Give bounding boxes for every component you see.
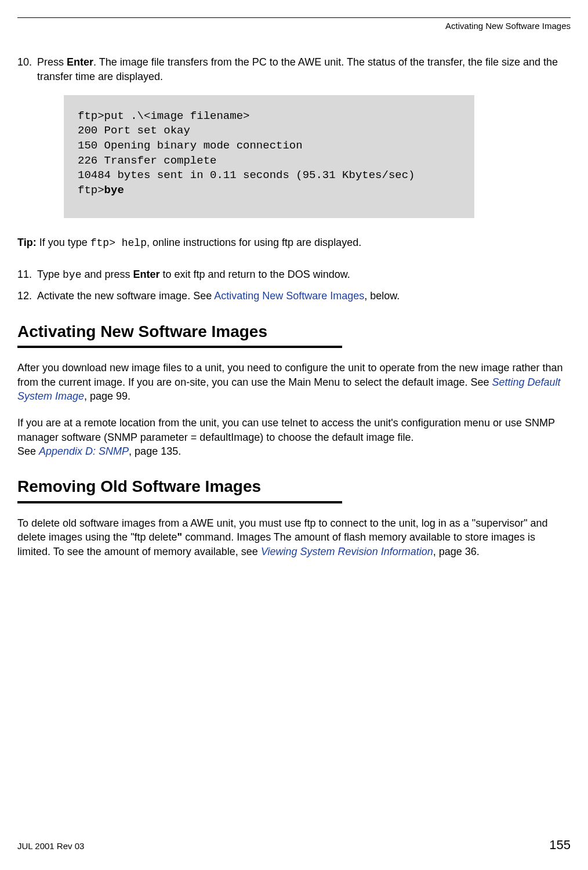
step-body: Press Enter. The image file transfers fr… (37, 55, 571, 84)
text: If you type (39, 237, 90, 248)
text: and press (81, 269, 133, 280)
cross-reference-link[interactable]: Appendix D: SNMP (39, 445, 129, 457)
paragraph: To delete old software images from a AWE… (17, 516, 571, 559)
header-section-title: Activating New Software Images (17, 20, 571, 32)
step-number: 11. (17, 267, 37, 282)
tip-label: Tip: (17, 237, 39, 248)
heading-activating: Activating New Software Images (17, 321, 571, 343)
inline-code: bye (63, 269, 81, 281)
text: See (17, 445, 39, 457)
text: After you download new image files to a … (17, 362, 563, 387)
text: Type (37, 269, 63, 280)
text: . The image file transfers from the PC t… (37, 56, 558, 82)
text-bold: " (177, 531, 183, 543)
code-line: 150 Opening binary mode connection (78, 139, 460, 154)
inline-code: ftp> help (90, 237, 147, 249)
cross-reference-link[interactable]: Activating New Software Images (214, 290, 364, 302)
step-number: 12. (17, 289, 37, 303)
step-body: Type bye and press Enter to exit ftp and… (37, 267, 571, 282)
text: ftp> (78, 184, 104, 197)
code-line: 10484 bytes sent in 0.11 seconds (95.31 … (78, 168, 460, 183)
text: , page 36. (433, 546, 480, 557)
step-11: 11. Type bye and press Enter to exit ftp… (17, 267, 571, 282)
code-line: 226 Transfer complete (78, 154, 460, 169)
text: to exit ftp and return to the DOS window… (160, 269, 350, 280)
heading-rule (17, 346, 342, 348)
tip-paragraph: Tip: If you type ftp> help, online instr… (17, 235, 571, 250)
key-enter: Enter (67, 56, 93, 68)
heading-removing: Removing Old Software Images (17, 476, 571, 498)
text: Activate the new software image. See (37, 290, 214, 302)
text-bold: bye (104, 184, 124, 197)
code-line: ftp>put .\<image filename> (78, 109, 460, 124)
paragraph: If you are at a remote location from the… (17, 416, 571, 458)
code-line: ftp>bye (78, 183, 460, 198)
text: , below. (364, 290, 400, 302)
text: Press (37, 56, 67, 68)
header-rule (17, 17, 571, 18)
page: Activating New Software Images 10. Press… (0, 0, 588, 870)
text: If you are at a remote location from the… (17, 417, 555, 443)
key-enter: Enter (133, 269, 160, 280)
text: , page 99. (84, 390, 130, 402)
step-body: Activate the new software image. See Act… (37, 289, 571, 303)
paragraph: After you download new image files to a … (17, 361, 571, 403)
footer: JUL 2001 Rev 03 155 (17, 836, 571, 854)
step-number: 10. (17, 55, 37, 84)
heading-rule (17, 501, 342, 503)
footer-date: JUL 2001 Rev 03 (17, 840, 84, 852)
cross-reference-link[interactable]: Viewing System Revision Information (261, 546, 433, 557)
text: , online instructions for using ftp are … (147, 237, 361, 248)
code-block: ftp>put .\<image filename> 200 Port set … (64, 95, 474, 218)
code-line: 200 Port set okay (78, 124, 460, 139)
step-12: 12. Activate the new software image. See… (17, 289, 571, 303)
text: , page 135. (129, 445, 181, 457)
page-number: 155 (549, 836, 571, 854)
step-10: 10. Press Enter. The image file transfer… (17, 55, 571, 84)
